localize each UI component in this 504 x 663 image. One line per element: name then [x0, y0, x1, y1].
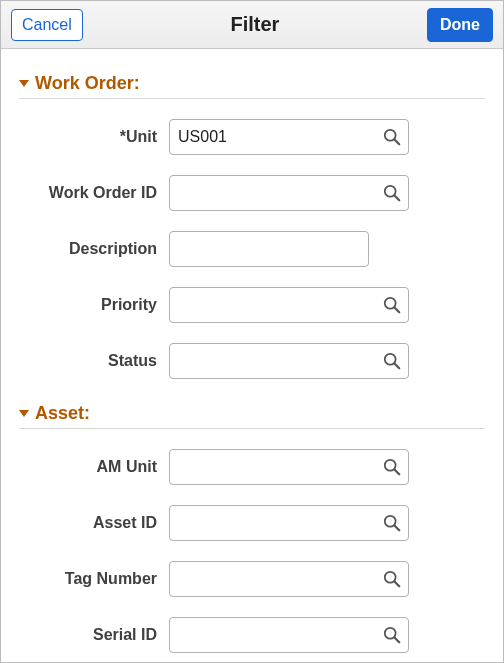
label-asset-id: Asset ID [19, 514, 169, 532]
dialog-header: Cancel Filter Done [1, 1, 503, 49]
section-header-asset[interactable]: Asset: [19, 399, 485, 429]
dialog-title: Filter [230, 13, 279, 36]
label-serial-id: Serial ID [19, 626, 169, 644]
svg-line-9 [395, 470, 400, 475]
search-icon[interactable] [381, 182, 403, 204]
svg-line-11 [395, 526, 400, 531]
search-icon[interactable] [381, 624, 403, 646]
svg-line-3 [395, 196, 400, 201]
svg-line-5 [395, 308, 400, 313]
filter-dialog: Cancel Filter Done Work Order: *Unit W [0, 0, 504, 663]
am-unit-input[interactable] [169, 449, 409, 485]
svg-line-15 [395, 638, 400, 643]
description-input[interactable] [169, 231, 369, 267]
search-icon[interactable] [381, 126, 403, 148]
label-description: Description [19, 240, 169, 258]
status-input[interactable] [169, 343, 409, 379]
section-title-work-order: Work Order: [35, 73, 140, 94]
svg-line-1 [395, 140, 400, 145]
svg-line-7 [395, 364, 400, 369]
caret-down-icon [19, 80, 29, 87]
priority-input[interactable] [169, 287, 409, 323]
scroll-area[interactable]: Work Order: *Unit Work Order ID [1, 49, 503, 662]
work-order-id-input[interactable] [169, 175, 409, 211]
section-title-asset: Asset: [35, 403, 90, 424]
label-tag-number: Tag Number [19, 570, 169, 588]
label-unit: *Unit [19, 128, 169, 146]
caret-down-icon [19, 410, 29, 417]
label-priority: Priority [19, 296, 169, 314]
label-status: Status [19, 352, 169, 370]
search-icon[interactable] [381, 350, 403, 372]
search-icon[interactable] [381, 568, 403, 590]
section-header-work-order[interactable]: Work Order: [19, 69, 485, 99]
label-am-unit: AM Unit [19, 458, 169, 476]
svg-line-13 [395, 582, 400, 587]
search-icon[interactable] [381, 456, 403, 478]
asset-id-input[interactable] [169, 505, 409, 541]
tag-number-input[interactable] [169, 561, 409, 597]
search-icon[interactable] [381, 294, 403, 316]
serial-id-input[interactable] [169, 617, 409, 653]
cancel-button[interactable]: Cancel [11, 9, 83, 41]
done-button[interactable]: Done [427, 8, 493, 42]
search-icon[interactable] [381, 512, 403, 534]
label-work-order-id: Work Order ID [19, 184, 169, 202]
unit-input[interactable] [169, 119, 409, 155]
